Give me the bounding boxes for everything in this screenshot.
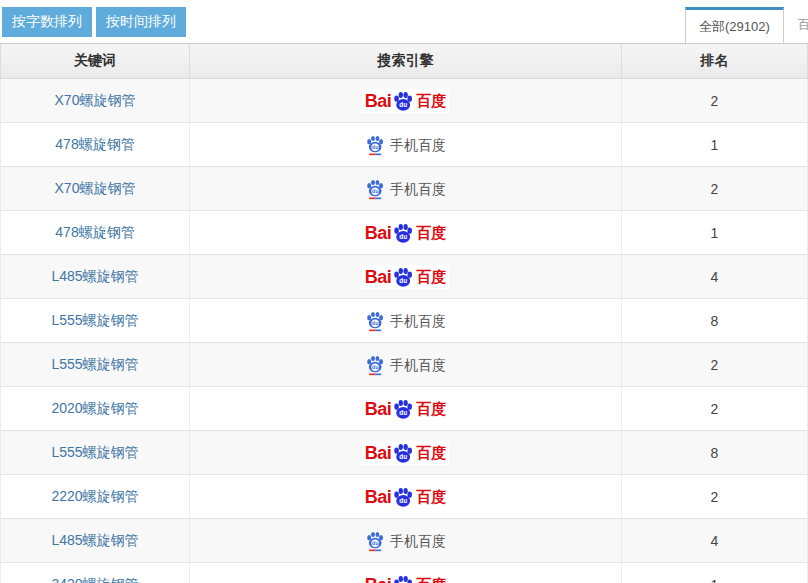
rank-cell: 2 <box>622 167 808 211</box>
baidu-chinese-text: 百度 <box>416 93 446 108</box>
table-row: 2220螺旋钢管 Bai du 百度 <box>0 475 808 519</box>
table-row: X70螺旋钢管 Bai du 百度 <box>0 79 808 123</box>
rank-cell: 2 <box>622 343 808 387</box>
rank-value: 2 <box>711 181 719 197</box>
baidu-bai-text: Bai <box>365 488 392 506</box>
keyword-cell: 2020螺旋钢管 <box>0 387 190 431</box>
baidu-logo: Bai du 百度 <box>362 573 450 583</box>
rank-value: 2 <box>711 489 719 505</box>
header-rank: 排名 <box>622 43 808 79</box>
engine-tabs: 全部(29102) 百度 <box>685 7 808 43</box>
baidu-paw-icon: du <box>392 398 414 420</box>
engine-cell: du 手机百度 <box>190 299 622 343</box>
keyword-link[interactable]: 2020螺旋钢管 <box>51 400 138 416</box>
baidu-chinese-text: 百度 <box>416 269 446 284</box>
mobile-du-text: du <box>372 320 379 326</box>
table-row: L555螺旋钢管 Bai du 百度 <box>0 431 808 475</box>
keyword-cell: 478螺旋钢管 <box>0 123 190 167</box>
engine-cell: Bai du 百度 <box>190 79 622 123</box>
keyword-cell: L555螺旋钢管 <box>0 431 190 475</box>
baidu-logo: Bai du 百度 <box>362 265 450 289</box>
table-row: 478螺旋钢管 Bai du 百度 <box>0 211 808 255</box>
keyword-cell: 2220螺旋钢管 <box>0 475 190 519</box>
baidu-du-text: du <box>400 497 408 504</box>
header-keyword: 关键词 <box>0 43 190 79</box>
baidu-logo: Bai du 百度 <box>362 397 450 421</box>
rank-value: 8 <box>711 445 719 461</box>
mobile-du-text: du <box>372 144 379 150</box>
keyword-cell: L485螺旋钢管 <box>0 519 190 563</box>
table-row: X70螺旋钢管 du <box>0 167 808 211</box>
rank-cell: 4 <box>622 255 808 299</box>
engine-cell: Bai du 百度 <box>190 211 622 255</box>
keyword-link[interactable]: L555螺旋钢管 <box>51 444 138 460</box>
table-row: 3420螺旋钢管 Bai du 百度 <box>0 563 808 583</box>
keyword-cell: 478螺旋钢管 <box>0 211 190 255</box>
baidu-chinese-text: 百度 <box>416 577 446 583</box>
keyword-link[interactable]: L555螺旋钢管 <box>51 356 138 372</box>
mobile-baidu-paw-icon: du <box>365 530 385 552</box>
sort-by-chars-button[interactable]: 按字数排列 <box>2 7 92 37</box>
keyword-link[interactable]: L485螺旋钢管 <box>51 268 138 284</box>
rank-cell: 4 <box>622 519 808 563</box>
tab-baidu[interactable]: 百度 <box>784 7 808 43</box>
keyword-link[interactable]: L555螺旋钢管 <box>51 312 138 328</box>
keyword-cell: L485螺旋钢管 <box>0 255 190 299</box>
engine-cell: du 手机百度 <box>190 343 622 387</box>
rank-cell: 2 <box>622 79 808 123</box>
keyword-link[interactable]: 478螺旋钢管 <box>55 224 134 240</box>
tab-all[interactable]: 全部(29102) <box>685 7 784 43</box>
keyword-link[interactable]: 2220螺旋钢管 <box>51 488 138 504</box>
mobile-baidu-paw-icon: du <box>365 134 385 156</box>
baidu-bai-text: Bai <box>365 400 392 418</box>
keyword-cell: X70螺旋钢管 <box>0 167 190 211</box>
rank-cell: 1 <box>622 563 808 583</box>
baidu-bai-text: Bai <box>365 92 392 110</box>
engine-cell: Bai du 百度 <box>190 387 622 431</box>
mobile-baidu: du 手机百度 <box>365 134 446 156</box>
table-row: L485螺旋钢管 du <box>0 519 808 563</box>
sort-by-time-button[interactable]: 按时间排列 <box>96 7 186 37</box>
mobile-baidu-paw-icon: du <box>365 354 385 376</box>
baidu-bai-text: Bai <box>365 576 392 583</box>
baidu-bai-text: Bai <box>365 224 392 242</box>
keyword-cell: L555螺旋钢管 <box>0 299 190 343</box>
rank-cell: 2 <box>622 387 808 431</box>
baidu-paw-icon: du <box>392 574 414 583</box>
rank-value: 1 <box>711 137 719 153</box>
rank-value: 2 <box>711 401 719 417</box>
baidu-chinese-text: 百度 <box>416 401 446 416</box>
keyword-link[interactable]: 3420螺旋钢管 <box>51 576 138 583</box>
mobile-baidu: du 手机百度 <box>365 530 446 552</box>
baidu-paw-icon: du <box>392 266 414 288</box>
baidu-bai-text: Bai <box>365 444 392 462</box>
baidu-du-text: du <box>400 101 408 108</box>
baidu-logo: Bai du 百度 <box>362 221 450 245</box>
keyword-link[interactable]: L485螺旋钢管 <box>51 532 138 548</box>
keyword-link[interactable]: X70螺旋钢管 <box>55 180 136 196</box>
mobile-baidu: du 手机百度 <box>365 310 446 332</box>
rank-cell: 1 <box>622 123 808 167</box>
engine-cell: Bai du 百度 <box>190 475 622 519</box>
keyword-link[interactable]: X70螺旋钢管 <box>55 92 136 108</box>
baidu-du-text: du <box>400 453 408 460</box>
mobile-du-text: du <box>372 188 379 194</box>
page: 按字数排列 按时间排列 全部(29102) 百度 关键词 搜索引擎 排名 X70… <box>0 0 808 583</box>
baidu-bai-text: Bai <box>365 268 392 286</box>
engine-cell: Bai du 百度 <box>190 431 622 475</box>
rank-cell: 1 <box>622 211 808 255</box>
mobile-du-text: du <box>372 540 379 546</box>
mobile-baidu-label: 手机百度 <box>390 358 446 372</box>
baidu-chinese-text: 百度 <box>416 489 446 504</box>
mobile-baidu-label: 手机百度 <box>390 314 446 328</box>
rank-value: 8 <box>711 313 719 329</box>
baidu-logo: Bai du 百度 <box>362 89 450 113</box>
table-header-row: 关键词 搜索引擎 排名 <box>0 43 808 79</box>
keyword-link[interactable]: 478螺旋钢管 <box>55 136 134 152</box>
table-row: L485螺旋钢管 Bai du 百度 <box>0 255 808 299</box>
keyword-cell: L555螺旋钢管 <box>0 343 190 387</box>
engine-cell: Bai du 百度 <box>190 563 622 583</box>
baidu-du-text: du <box>400 277 408 284</box>
ranking-table: 关键词 搜索引擎 排名 X70螺旋钢管 Bai <box>0 43 808 583</box>
mobile-baidu-paw-icon: du <box>365 310 385 332</box>
